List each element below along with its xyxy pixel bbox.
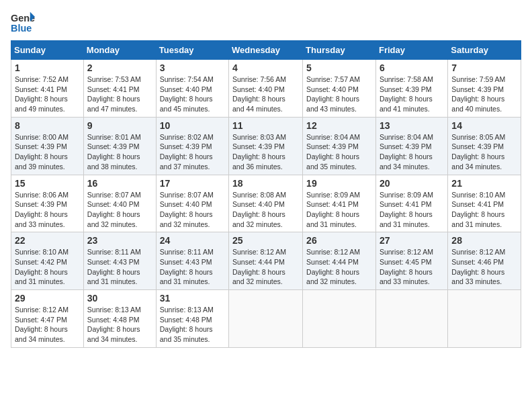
- day-number: 11: [232, 120, 299, 131]
- weekday-header-sunday: Sunday: [11, 41, 84, 60]
- day-number: 10: [160, 120, 225, 131]
- weekday-header-tuesday: Tuesday: [156, 41, 228, 60]
- calendar-week-row: 15 Sunrise: 8:06 AMSunset: 4:39 PMDaylig…: [11, 175, 521, 232]
- day-number: 27: [380, 235, 444, 246]
- day-number: 20: [380, 178, 444, 189]
- day-info: Sunrise: 7:59 AMSunset: 4:39 PMDaylight:…: [451, 75, 505, 113]
- day-info: Sunrise: 8:12 AMSunset: 4:44 PMDaylight:…: [306, 248, 360, 285]
- day-number: 24: [160, 235, 225, 246]
- calendar-day-cell: 28 Sunrise: 8:12 AMSunset: 4:46 PMDaylig…: [448, 232, 521, 290]
- calendar-day-cell: 2 Sunrise: 7:53 AMSunset: 4:41 PMDayligh…: [83, 60, 156, 118]
- day-number: 26: [306, 235, 372, 246]
- calendar-day-cell: 19 Sunrise: 8:09 AMSunset: 4:41 PMDaylig…: [303, 175, 376, 232]
- day-info: Sunrise: 8:12 AMSunset: 4:46 PMDaylight:…: [451, 248, 505, 285]
- calendar-day-cell: 17 Sunrise: 8:07 AMSunset: 4:40 PMDaylig…: [156, 175, 228, 232]
- calendar-week-row: 22 Sunrise: 8:10 AMSunset: 4:42 PMDaylig…: [11, 232, 521, 290]
- calendar-day-cell: 1 Sunrise: 7:52 AMSunset: 4:41 PMDayligh…: [11, 60, 84, 118]
- calendar-day-cell: [448, 290, 521, 348]
- day-number: 31: [160, 293, 225, 304]
- day-number: 15: [15, 178, 80, 189]
- day-info: Sunrise: 8:12 AMSunset: 4:45 PMDaylight:…: [380, 248, 433, 285]
- day-number: 29: [15, 293, 80, 304]
- day-info: Sunrise: 8:10 AMSunset: 4:42 PMDaylight:…: [15, 248, 69, 285]
- day-info: Sunrise: 8:10 AMSunset: 4:41 PMDaylight:…: [451, 191, 505, 228]
- calendar-week-row: 8 Sunrise: 8:00 AMSunset: 4:39 PMDayligh…: [11, 117, 521, 175]
- calendar-day-cell: 9 Sunrise: 8:01 AMSunset: 4:39 PMDayligh…: [83, 117, 156, 175]
- calendar-day-cell: 3 Sunrise: 7:54 AMSunset: 4:40 PMDayligh…: [156, 60, 228, 118]
- day-info: Sunrise: 7:57 AMSunset: 4:40 PMDaylight:…: [306, 75, 360, 113]
- day-info: Sunrise: 8:09 AMSunset: 4:41 PMDaylight:…: [306, 191, 360, 228]
- calendar-day-cell: 25 Sunrise: 8:12 AMSunset: 4:44 PMDaylig…: [229, 232, 303, 290]
- calendar-day-cell: 23 Sunrise: 8:11 AMSunset: 4:43 PMDaylig…: [83, 232, 156, 290]
- weekday-header-thursday: Thursday: [303, 41, 376, 60]
- day-info: Sunrise: 8:12 AMSunset: 4:44 PMDaylight:…: [232, 248, 286, 285]
- day-info: Sunrise: 8:01 AMSunset: 4:39 PMDaylight:…: [87, 133, 141, 171]
- calendar-day-cell: 8 Sunrise: 8:00 AMSunset: 4:39 PMDayligh…: [11, 117, 84, 175]
- day-number: 1: [15, 62, 80, 73]
- day-number: 2: [87, 62, 152, 73]
- day-number: 7: [451, 62, 517, 73]
- day-info: Sunrise: 8:04 AMSunset: 4:39 PMDaylight:…: [380, 133, 433, 171]
- day-info: Sunrise: 8:03 AMSunset: 4:39 PMDaylight:…: [232, 133, 286, 171]
- day-number: 6: [380, 62, 444, 73]
- svg-text:Blue: Blue: [11, 23, 32, 34]
- day-info: Sunrise: 8:11 AMSunset: 4:43 PMDaylight:…: [160, 248, 214, 285]
- calendar-day-cell: [229, 290, 303, 348]
- calendar-day-cell: 16 Sunrise: 8:07 AMSunset: 4:40 PMDaylig…: [83, 175, 156, 232]
- day-info: Sunrise: 8:09 AMSunset: 4:41 PMDaylight:…: [380, 191, 433, 228]
- calendar-day-cell: 24 Sunrise: 8:11 AMSunset: 4:43 PMDaylig…: [156, 232, 228, 290]
- calendar-day-cell: 21 Sunrise: 8:10 AMSunset: 4:41 PMDaylig…: [448, 175, 521, 232]
- day-number: 23: [87, 235, 152, 246]
- day-number: 13: [380, 120, 444, 131]
- calendar-day-cell: [375, 290, 447, 348]
- calendar-day-cell: 29 Sunrise: 8:12 AMSunset: 4:47 PMDaylig…: [11, 290, 84, 348]
- day-number: 18: [232, 178, 299, 189]
- calendar-day-cell: 31 Sunrise: 8:13 AMSunset: 4:48 PMDaylig…: [156, 290, 228, 348]
- calendar-day-cell: 11 Sunrise: 8:03 AMSunset: 4:39 PMDaylig…: [229, 117, 303, 175]
- day-number: 21: [451, 178, 517, 189]
- day-info: Sunrise: 7:53 AMSunset: 4:41 PMDaylight:…: [87, 75, 141, 113]
- calendar-week-row: 29 Sunrise: 8:12 AMSunset: 4:47 PMDaylig…: [11, 290, 521, 348]
- day-number: 25: [232, 235, 299, 246]
- day-number: 14: [451, 120, 517, 131]
- day-number: 5: [306, 62, 372, 73]
- day-info: Sunrise: 8:13 AMSunset: 4:48 PMDaylight:…: [87, 306, 141, 343]
- calendar-day-cell: 18 Sunrise: 8:08 AMSunset: 4:40 PMDaylig…: [229, 175, 303, 232]
- day-number: 16: [87, 178, 152, 189]
- day-number: 12: [306, 120, 372, 131]
- calendar-day-cell: 20 Sunrise: 8:09 AMSunset: 4:41 PMDaylig…: [375, 175, 447, 232]
- calendar-day-cell: 30 Sunrise: 8:13 AMSunset: 4:48 PMDaylig…: [83, 290, 156, 348]
- logo-icon: General Blue: [11, 11, 35, 35]
- day-info: Sunrise: 8:13 AMSunset: 4:48 PMDaylight:…: [160, 306, 214, 343]
- day-number: 28: [451, 235, 517, 246]
- day-number: 4: [232, 62, 299, 73]
- calendar-day-cell: 4 Sunrise: 7:56 AMSunset: 4:40 PMDayligh…: [229, 60, 303, 118]
- day-info: Sunrise: 7:58 AMSunset: 4:39 PMDaylight:…: [380, 75, 433, 113]
- weekday-header-wednesday: Wednesday: [229, 41, 303, 60]
- day-number: 3: [160, 62, 225, 73]
- calendar-table: SundayMondayTuesdayWednesdayThursdayFrid…: [11, 40, 521, 348]
- day-number: 30: [87, 293, 152, 304]
- logo: General Blue: [11, 11, 35, 35]
- day-number: 22: [15, 235, 80, 246]
- day-info: Sunrise: 7:52 AMSunset: 4:41 PMDaylight:…: [15, 75, 69, 113]
- day-info: Sunrise: 8:07 AMSunset: 4:40 PMDaylight:…: [87, 191, 141, 228]
- day-info: Sunrise: 8:02 AMSunset: 4:39 PMDaylight:…: [160, 133, 214, 171]
- weekday-header-monday: Monday: [83, 41, 156, 60]
- day-info: Sunrise: 8:06 AMSunset: 4:39 PMDaylight:…: [15, 191, 69, 228]
- calendar-day-cell: 5 Sunrise: 7:57 AMSunset: 4:40 PMDayligh…: [303, 60, 376, 118]
- day-info: Sunrise: 8:07 AMSunset: 4:40 PMDaylight:…: [160, 191, 214, 228]
- weekday-header-saturday: Saturday: [448, 41, 521, 60]
- calendar-day-cell: 22 Sunrise: 8:10 AMSunset: 4:42 PMDaylig…: [11, 232, 84, 290]
- calendar-day-cell: 27 Sunrise: 8:12 AMSunset: 4:45 PMDaylig…: [375, 232, 447, 290]
- calendar-day-cell: 10 Sunrise: 8:02 AMSunset: 4:39 PMDaylig…: [156, 117, 228, 175]
- calendar-week-row: 1 Sunrise: 7:52 AMSunset: 4:41 PMDayligh…: [11, 60, 521, 118]
- weekday-header-friday: Friday: [375, 41, 447, 60]
- day-info: Sunrise: 7:54 AMSunset: 4:40 PMDaylight:…: [160, 75, 214, 113]
- calendar-day-cell: 6 Sunrise: 7:58 AMSunset: 4:39 PMDayligh…: [375, 60, 447, 118]
- day-number: 8: [15, 120, 80, 131]
- calendar-day-cell: 12 Sunrise: 8:04 AMSunset: 4:39 PMDaylig…: [303, 117, 376, 175]
- calendar-day-cell: 7 Sunrise: 7:59 AMSunset: 4:39 PMDayligh…: [448, 60, 521, 118]
- day-info: Sunrise: 7:56 AMSunset: 4:40 PMDaylight:…: [232, 75, 286, 113]
- day-number: 9: [87, 120, 152, 131]
